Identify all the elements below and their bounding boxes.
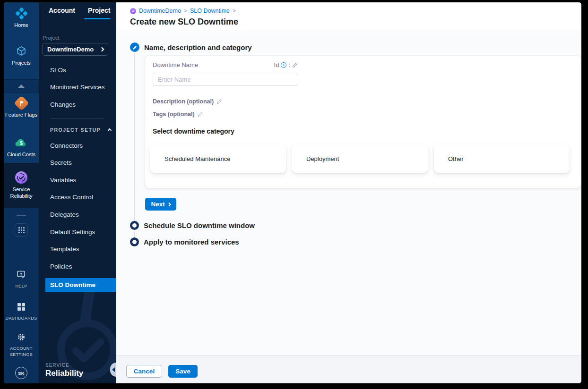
category-other[interactable]: Other (434, 144, 570, 173)
rail-item-projects[interactable]: Projects (4, 44, 39, 66)
info-icon[interactable] (281, 62, 286, 68)
sidebar-item-delegates[interactable]: Delegates (39, 206, 116, 223)
category-scheduled-maintenance[interactable]: Scheduled Maintenance (150, 144, 286, 173)
next-button-label: Next (151, 201, 165, 208)
sidebar-divider (50, 118, 105, 118)
rail-item-service-reliability[interactable]: Service Reliability (4, 170, 39, 199)
next-button[interactable]: Next (145, 198, 176, 211)
project-setup-header[interactable]: PROJECT SETUP (39, 123, 116, 137)
edit-pencil-icon (216, 99, 222, 104)
step-1-label: Name, description and category (144, 43, 252, 51)
breadcrumb-link-project[interactable]: DowntimeDemo (139, 8, 181, 14)
step-2-label: Schedule SLO downtime window (144, 221, 255, 229)
rail-item-label: SETTINGS (10, 352, 33, 357)
breadcrumb-link-slo-downtime[interactable]: SLO Downtime (190, 8, 230, 14)
step-3-circle (130, 237, 139, 246)
main-area: DowntimeDemo > SLO Downtime > Create new… (116, 2, 581, 383)
project-selector-value: DowntimeDemo (47, 46, 94, 53)
help-chat-icon: ? (14, 268, 28, 282)
sidebar-item-slos[interactable]: SLOs (39, 61, 116, 79)
wizard-step-3[interactable]: Apply to monitored services (130, 237, 239, 246)
rail-item-feature-flags[interactable]: Feature Flags (4, 96, 39, 118)
wizard-step-1[interactable]: Name, description and category (130, 42, 252, 52)
chevron-left-icon (112, 367, 115, 372)
sidebar-item-policies[interactable]: Policies (39, 258, 116, 275)
id-colon: : (288, 61, 290, 68)
tab-project[interactable]: Project (88, 7, 110, 14)
rail-item-label: Reliability (10, 193, 32, 199)
chevron-right-icon (100, 47, 104, 52)
rail-item-cloud-costs[interactable]: $ Cloud Costs (4, 135, 39, 157)
description-label: Description (optional) (153, 98, 214, 105)
project-section-label: Project (43, 35, 60, 41)
sidebar-item-slo-downtime[interactable]: SLO Downtime (45, 278, 116, 292)
sidebar-item-connectors[interactable]: Connectors (39, 137, 116, 154)
module-brand: SERVICE Reliability (45, 363, 83, 378)
svg-text:$: $ (20, 140, 23, 145)
step-2-circle (130, 221, 139, 230)
category-heading: Select downtime category (153, 127, 234, 135)
rail-item-label: ACCOUNT (10, 346, 32, 351)
id-group: Id : (274, 61, 298, 68)
action-footer: Cancel Save (116, 355, 581, 383)
tags-toggle[interactable]: Tags (optional) (153, 111, 203, 118)
breadcrumb: DowntimeDemo > SLO Downtime > (130, 8, 236, 14)
tab-account[interactable]: Account (49, 7, 75, 14)
breadcrumb-separator: > (233, 8, 236, 14)
sidebar-item-templates[interactable]: Templates (39, 240, 116, 258)
project-sidebar: Account Project Project DowntimeDemo SLO… (39, 2, 116, 383)
rail-item-label: Projects (12, 60, 31, 66)
cancel-button[interactable]: Cancel (126, 365, 162, 378)
active-tab-underline (84, 18, 110, 19)
sidebar-item-changes[interactable]: Changes (39, 96, 116, 113)
sidebar-item-access-control[interactable]: Access Control (39, 189, 116, 206)
page-title: Create new SLO Downtime (130, 17, 238, 27)
gear-icon (14, 330, 28, 344)
rail-drag-handle[interactable] (17, 215, 26, 216)
rail-item-label: Cloud Costs (7, 152, 35, 157)
rail-collapse-row[interactable] (4, 79, 39, 93)
rail-item-home[interactable]: Home (4, 6, 39, 28)
cube-icon (14, 44, 28, 58)
wizard-step-2[interactable]: Schedule SLO downtime window (130, 221, 255, 230)
sidebar-nav: SLOs Monitored Services Changes PROJECT … (39, 61, 116, 292)
rail-item-label: Feature Flags (5, 112, 37, 118)
save-button[interactable]: Save (168, 365, 198, 378)
brand-label-reliability: Reliability (45, 369, 83, 378)
step-connector-line (134, 53, 135, 221)
cloud-costs-icon: $ (14, 135, 28, 150)
project-selector[interactable]: DowntimeDemo (43, 43, 108, 56)
module-selector-button[interactable] (15, 223, 28, 237)
dashboards-icon (14, 300, 28, 314)
sidebar-item-monitored-services[interactable]: Monitored Services (39, 79, 116, 96)
rail-item-label: Home (14, 22, 28, 28)
chevron-right-icon (167, 203, 171, 206)
grid-icon (18, 227, 25, 233)
rail-item-dashboards[interactable]: DASHBOARDS (4, 300, 39, 321)
sidebar-item-secrets[interactable]: Secrets (39, 154, 116, 171)
step-connector-line (134, 231, 135, 237)
page-header: DowntimeDemo > SLO Downtime > Create new… (116, 2, 581, 31)
description-toggle[interactable]: Description (optional) (153, 98, 222, 105)
step-1-panel: Downtime Name Id : Description (optional… (145, 56, 581, 188)
name-label-row: Downtime Name Id : (153, 61, 298, 68)
sidebar-item-default-settings[interactable]: Default Settings (39, 223, 116, 241)
app-window: Home Projects Feature Fla (4, 2, 581, 383)
edit-pencil-step-icon (130, 42, 139, 52)
edit-id-pencil-icon[interactable] (292, 62, 298, 68)
rail-item-help[interactable]: ? HELP (4, 268, 39, 289)
chevron-up-icon (108, 128, 112, 132)
harness-home-icon (14, 6, 28, 20)
edit-pencil-icon (198, 111, 203, 117)
rail-item-account-settings[interactable]: ACCOUNT SETTINGS (4, 330, 39, 357)
step-3-label: Apply to monitored services (144, 238, 239, 246)
service-reliability-icon (14, 170, 28, 185)
sidebar-item-variables[interactable]: Variables (39, 171, 116, 189)
rail-item-label: Service (13, 186, 30, 192)
category-deployment[interactable]: Deployment (292, 144, 428, 173)
chevron-up-icon (18, 85, 25, 88)
user-avatar[interactable]: SK (4, 367, 39, 379)
category-options: Scheduled Maintenance Deployment Other (150, 144, 570, 173)
downtime-name-input[interactable] (153, 73, 298, 86)
tags-label: Tags (optional) (153, 111, 195, 118)
